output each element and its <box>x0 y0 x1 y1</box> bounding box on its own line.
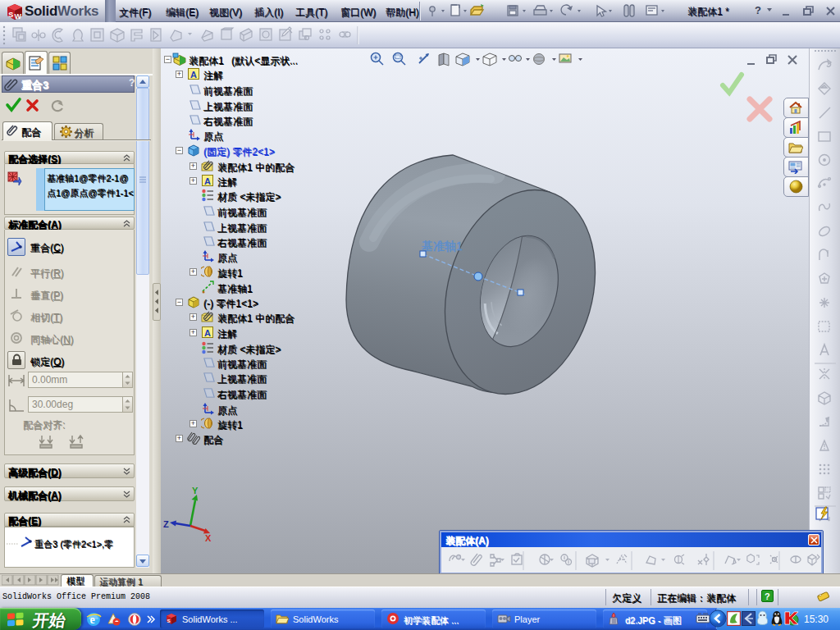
svg-text:X: X <box>205 533 212 543</box>
svg-text:Y: Y <box>192 486 199 495</box>
svg-text:Z: Z <box>163 519 169 529</box>
svg-text:S: S <box>8 11 13 19</box>
svg-text:基准轴1: 基准轴1 <box>422 240 463 253</box>
svg-text:W: W <box>15 12 22 21</box>
svg-text:S: S <box>167 619 171 623</box>
